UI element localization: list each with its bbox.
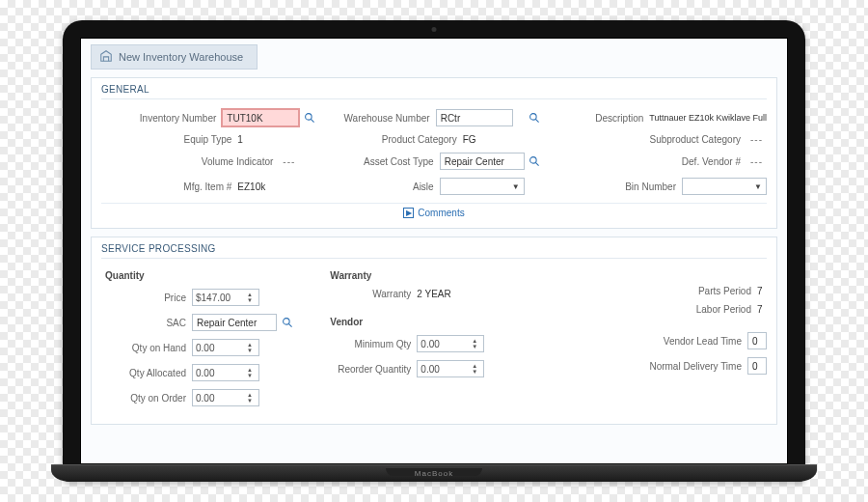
- service-header: SERVICE PROCESSING: [101, 243, 767, 259]
- product-category-value: FG: [463, 134, 525, 145]
- laptop-brand: MacBook: [415, 469, 453, 478]
- inventory-number-label: Inventory Number: [140, 113, 218, 124]
- vendor-lead-time-input[interactable]: [747, 332, 767, 349]
- svg-point-4: [530, 156, 537, 163]
- comments-link[interactable]: ▶ Comments: [101, 203, 767, 218]
- sac-label: SAC: [101, 318, 188, 328]
- bin-number-label: Bin Number: [625, 181, 678, 192]
- labor-period-value: 7: [757, 304, 767, 315]
- qal-label: Qty Allocated: [101, 368, 188, 378]
- labor-period-label: Labor Period: [696, 304, 753, 315]
- laptop-frame: New Inventory Warehouse GENERAL Inventor…: [63, 20, 805, 482]
- general-header: GENERAL: [101, 84, 767, 99]
- sac-lookup-icon[interactable]: [281, 316, 294, 329]
- comments-label: Comments: [418, 208, 464, 218]
- warehouse-lookup-icon[interactable]: [529, 111, 542, 125]
- min-qty-label: Minimum Qty: [326, 339, 413, 349]
- qoh-input[interactable]: 0.00▲▼: [192, 339, 259, 356]
- svg-line-5: [535, 162, 538, 165]
- volume-indicator-label: Volume Indicator: [202, 156, 276, 167]
- mfg-item-value: EZ10k: [237, 181, 299, 192]
- subproduct-category-value[interactable]: ---: [746, 134, 767, 145]
- inventory-number-input[interactable]: [222, 109, 299, 126]
- parts-period-value: 7: [757, 286, 767, 296]
- equip-type-value: 1: [237, 134, 299, 145]
- parts-period-label: Parts Period: [698, 286, 753, 296]
- normal-delivery-time-input[interactable]: [747, 357, 767, 375]
- qoo-label: Qty on Order: [101, 393, 188, 404]
- mfg-item-label: Mfg. Item #: [183, 181, 233, 192]
- reorder-qty-label: Reorder Quantity: [326, 364, 413, 375]
- warranty-subheader: Warranty: [330, 270, 541, 281]
- bin-select[interactable]: ▼: [682, 178, 767, 195]
- svg-line-1: [311, 119, 313, 122]
- aisle-select[interactable]: ▼: [440, 178, 525, 195]
- def-vendor-value[interactable]: ---: [746, 156, 767, 167]
- svg-point-0: [305, 113, 312, 120]
- qal-input[interactable]: 0.00▲▼: [192, 364, 259, 381]
- reorder-qty-input[interactable]: 0.00▲▼: [417, 360, 484, 377]
- warranty-value: 2 YEAR: [417, 289, 478, 299]
- chevron-down-icon: ▼: [512, 182, 520, 191]
- warehouse-number-label: Warehouse Number: [344, 113, 432, 124]
- warranty-label: Warranty: [326, 289, 413, 299]
- service-panel: SERVICE PROCESSING Quantity Price $147.0…: [91, 237, 777, 425]
- def-vendor-label: Def. Vendor #: [682, 156, 743, 167]
- warehouse-number-input[interactable]: [436, 109, 513, 126]
- price-label: Price: [101, 293, 188, 303]
- qoh-label: Qty on Hand: [101, 343, 188, 353]
- sac-input[interactable]: [192, 314, 277, 331]
- quantity-subheader: Quantity: [105, 270, 316, 281]
- comments-icon: ▶: [403, 208, 414, 218]
- inventory-lookup-icon[interactable]: [303, 111, 316, 125]
- chevron-down-icon: ▼: [754, 182, 762, 191]
- subproduct-category-label: Subproduct Category: [649, 134, 743, 145]
- camera-dot: [432, 27, 437, 32]
- qoo-input[interactable]: 0.00▲▼: [192, 389, 259, 406]
- description-label: Description: [595, 113, 645, 124]
- price-input[interactable]: $147.00▲▼: [192, 289, 259, 306]
- normal-delivery-time-label: Normal Delivery Time: [649, 361, 744, 372]
- min-qty-input[interactable]: 0.00▲▼: [417, 335, 484, 352]
- volume-indicator-value[interactable]: ---: [279, 156, 299, 167]
- asset-cost-type-label: Asset Cost Type: [364, 156, 436, 167]
- svg-point-6: [283, 318, 289, 324]
- asset-cost-lookup-icon[interactable]: [529, 154, 542, 168]
- equip-type-label: Equip Type: [183, 134, 233, 145]
- laptop-base: MacBook: [51, 464, 817, 482]
- window-title-tab[interactable]: New Inventory Warehouse: [91, 44, 258, 70]
- general-panel: GENERAL Inventory Number Warehouse Numbe…: [91, 77, 777, 229]
- warehouse-icon: [99, 49, 113, 65]
- description-value: Tuttnauer EZ10k Kwiklave Full: [649, 113, 767, 123]
- svg-line-3: [535, 119, 538, 122]
- svg-line-7: [288, 323, 291, 326]
- vendor-lead-time-label: Vendor Lead Time: [664, 336, 744, 347]
- window-title: New Inventory Warehouse: [119, 51, 243, 63]
- asset-cost-type-input[interactable]: [440, 153, 525, 170]
- vendor-subheader: Vendor: [330, 317, 541, 327]
- product-category-label: Product Category: [382, 134, 459, 145]
- svg-point-2: [530, 113, 537, 120]
- app-screen: New Inventory Warehouse GENERAL Inventor…: [80, 38, 788, 464]
- aisle-label: Aisle: [413, 181, 436, 192]
